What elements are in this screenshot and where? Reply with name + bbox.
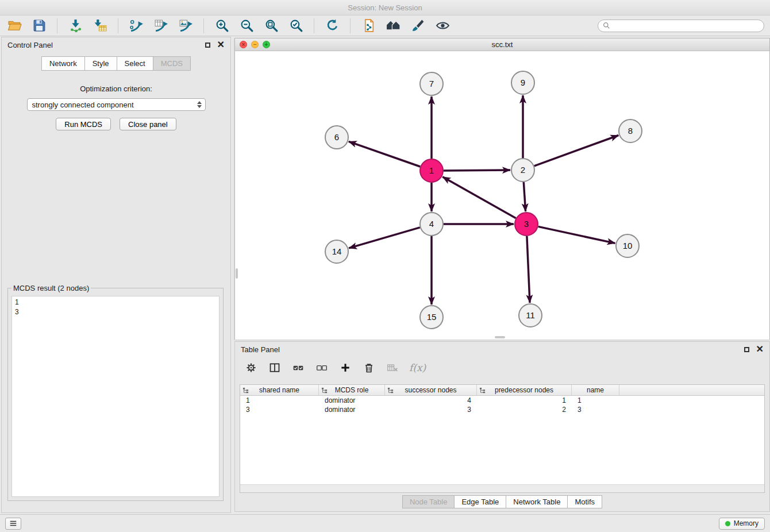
table-options-button[interactable] — [244, 361, 258, 375]
zoom-selected-button[interactable] — [287, 17, 305, 34]
graph-edge-2-8[interactable] — [534, 136, 619, 166]
column-header-predecessor-nodes[interactable]: predecessor nodes — [477, 385, 572, 395]
graph-node-8[interactable]: 8 — [619, 119, 642, 142]
graph-node-2[interactable]: 2 — [511, 159, 534, 182]
show-hide-button[interactable] — [434, 17, 451, 34]
network-canvas[interactable]: 7968124314101511 — [235, 51, 769, 340]
graph-edge-1-2[interactable] — [444, 170, 510, 171]
tab-node-table[interactable]: Node Table — [402, 495, 455, 508]
select-all-columns-button[interactable] — [291, 361, 305, 375]
table-cell[interactable]: dominator — [319, 396, 385, 404]
table-cell[interactable]: 3 — [240, 406, 319, 414]
close-window-icon[interactable]: × — [240, 41, 247, 48]
table-cell[interactable]: 1 — [572, 396, 619, 404]
network-window-title: scc.txt — [492, 40, 513, 49]
graph-node-label: 15 — [427, 312, 437, 322]
tab-network[interactable]: Network — [41, 56, 85, 71]
delete-table-button[interactable] — [386, 361, 399, 375]
tab-motifs[interactable]: Motifs — [568, 495, 602, 508]
clone-network-button[interactable] — [360, 17, 377, 34]
horizontal-scrollbar-thumb[interactable] — [495, 336, 505, 338]
graph-node-11[interactable]: 11 — [519, 304, 542, 327]
column-header-name[interactable]: name — [572, 385, 619, 395]
memory-button[interactable]: Memory — [719, 518, 765, 530]
float-panel-icon[interactable] — [205, 43, 210, 48]
minimize-window-icon[interactable]: – — [251, 41, 259, 48]
task-history-button[interactable] — [5, 518, 21, 530]
table-horizontal-scrollbar[interactable] — [240, 484, 764, 492]
show-columns-button[interactable] — [268, 361, 282, 375]
graph-node-1[interactable]: 1 — [420, 159, 443, 182]
table-cell[interactable]: 2 — [477, 406, 572, 414]
apply-style-button[interactable] — [409, 17, 426, 34]
export-table-icon — [154, 18, 168, 33]
search-input[interactable] — [613, 22, 759, 30]
graph-node-14[interactable]: 14 — [325, 240, 348, 263]
close-panel-button[interactable]: Close panel — [120, 118, 176, 130]
tab-edge-table[interactable]: Edge Table — [455, 495, 506, 508]
maximize-window-icon[interactable]: + — [263, 41, 270, 48]
search-box[interactable] — [598, 20, 764, 32]
table-row[interactable]: 3dominator323 — [240, 405, 764, 414]
graph-edge-3-11[interactable] — [527, 236, 530, 303]
graph-node-4[interactable]: 4 — [420, 213, 443, 236]
home-icon — [386, 18, 401, 33]
graph-node-9[interactable]: 9 — [511, 71, 534, 94]
toolbar-separator — [314, 18, 314, 33]
graph-edge-3-1[interactable] — [442, 177, 516, 218]
export-table-button[interactable] — [152, 17, 170, 34]
zoom-in-button[interactable] — [213, 17, 230, 34]
table-panel-header: Table Panel ✕ — [235, 342, 769, 357]
export-image-button[interactable] — [177, 17, 194, 34]
graph-edge-4-14[interactable] — [349, 228, 420, 248]
column-header-mcds-role[interactable]: MCDS role — [319, 385, 385, 395]
graph-edge-1-6[interactable] — [349, 141, 420, 167]
vertical-scrollbar-thumb[interactable] — [236, 268, 238, 279]
column-header-label: name — [587, 386, 604, 394]
import-network-icon — [68, 18, 83, 33]
graph-node-10[interactable]: 10 — [616, 234, 639, 257]
zoom-fit-button[interactable] — [263, 17, 280, 34]
graph-node-3[interactable]: 3 — [515, 213, 538, 236]
column-sort-icon — [321, 387, 328, 394]
save-session-button[interactable] — [30, 17, 48, 34]
table-panel-title: Table Panel — [241, 345, 280, 354]
table-cell[interactable]: 3 — [572, 406, 619, 414]
open-session-button[interactable] — [6, 17, 23, 34]
run-mcds-button[interactable]: Run MCDS — [56, 118, 111, 130]
clone-network-icon — [361, 18, 376, 33]
function-builder-button[interactable]: f(x) — [409, 361, 426, 375]
control-panel-tabs: Network Style Select MCDS — [2, 56, 230, 71]
table-cell[interactable]: 4 — [385, 396, 477, 404]
graph-node-6[interactable]: 6 — [325, 126, 348, 149]
tab-select[interactable]: Select — [117, 56, 153, 71]
graph-edge-3-10[interactable] — [538, 226, 615, 243]
table-row[interactable]: 1dominator411 — [240, 396, 764, 405]
tab-style[interactable]: Style — [85, 56, 117, 71]
zoom-out-button[interactable] — [238, 17, 255, 34]
graph-node-15[interactable]: 15 — [420, 306, 443, 329]
graph-node-7[interactable]: 7 — [420, 72, 443, 95]
refresh-view-button[interactable] — [324, 17, 341, 34]
tab-mcds[interactable]: MCDS — [153, 56, 191, 71]
import-network-button[interactable] — [67, 17, 84, 34]
table-cell[interactable]: 1 — [477, 396, 572, 404]
deselect-all-columns-button[interactable] — [315, 361, 329, 375]
graph-edge-2-3[interactable] — [523, 182, 525, 211]
delete-column-button[interactable] — [362, 361, 376, 375]
home-view-button[interactable] — [384, 17, 402, 34]
table-cell[interactable]: 3 — [385, 406, 477, 414]
tab-network-table[interactable]: Network Table — [506, 495, 568, 508]
column-header-shared-name[interactable]: shared name — [240, 385, 319, 395]
criterion-dropdown[interactable]: strongly connected component — [27, 98, 206, 111]
column-header-label: predecessor nodes — [495, 386, 553, 394]
table-cell[interactable]: dominator — [319, 406, 385, 414]
close-panel-icon[interactable]: ✕ — [217, 42, 225, 48]
export-network-button[interactable] — [128, 17, 145, 34]
import-table-button[interactable] — [91, 17, 109, 34]
table-cell[interactable]: 1 — [240, 396, 319, 404]
column-header-successor-nodes[interactable]: successor nodes — [385, 385, 477, 395]
close-panel-icon[interactable]: ✕ — [756, 346, 764, 352]
float-panel-icon[interactable] — [744, 347, 749, 352]
create-column-button[interactable] — [338, 361, 352, 375]
